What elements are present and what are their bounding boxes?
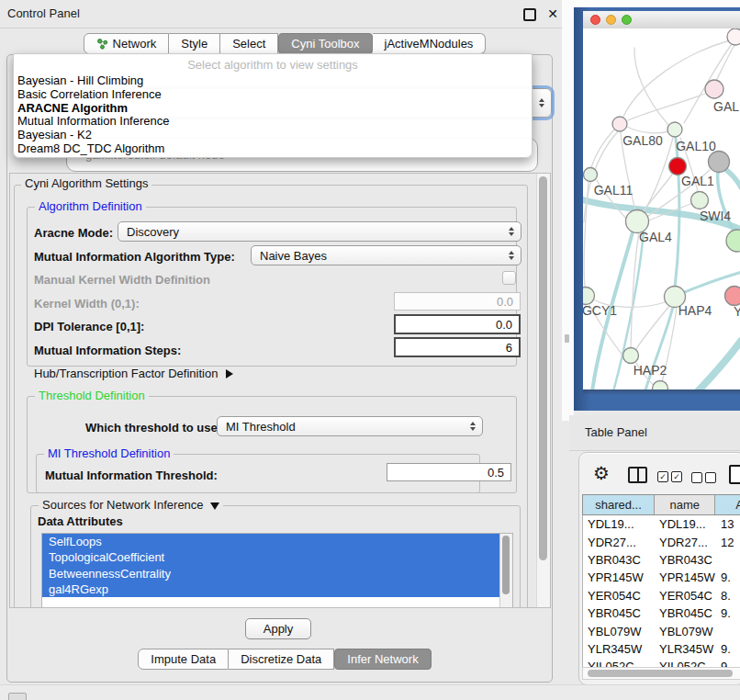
mi-threshold-field[interactable]: 0.5 bbox=[387, 463, 511, 481]
network-node[interactable] bbox=[583, 288, 595, 305]
table-hscrollbar[interactable] bbox=[582, 667, 740, 680]
network-node[interactable] bbox=[691, 192, 709, 209]
table-row[interactable]: YBR045CYBR045C9. bbox=[583, 604, 740, 622]
tab-infer-network[interactable]: Infer Network bbox=[334, 649, 431, 670]
checked-box-icon-1[interactable]: ✓ bbox=[657, 471, 668, 482]
list-vscroll-thumb[interactable] bbox=[502, 536, 510, 594]
kernel-width-field[interactable]: 0.0 bbox=[394, 292, 521, 310]
network-node[interactable] bbox=[612, 117, 627, 131]
float-icon[interactable] bbox=[523, 8, 536, 21]
cell: YER054C bbox=[583, 589, 656, 603]
tab-impute-data[interactable]: Impute Data bbox=[138, 649, 229, 670]
gb-mi-title: MI Threshold Definition bbox=[44, 446, 174, 460]
column-header[interactable]: name bbox=[655, 495, 715, 514]
aracne-mode-value: Discovery bbox=[127, 225, 179, 239]
tab-cyni-toolbox[interactable]: Cyni Toolbox bbox=[278, 33, 372, 54]
control-panel: Control Panel ✕ NetworkStyleSelectCyni T… bbox=[0, 0, 569, 684]
cell: YBR045C bbox=[583, 606, 656, 620]
algorithm-option[interactable]: Bayesian - Hill Climbing bbox=[17, 74, 528, 88]
hub-section-text: Hub/Transcription Factor Definition bbox=[34, 367, 218, 380]
cell: YPR145W bbox=[583, 570, 656, 584]
tab-select[interactable]: Select bbox=[220, 33, 278, 54]
node-label: HAP4 bbox=[678, 303, 712, 318]
table-row[interactable]: YDL19...YDL19...13 bbox=[583, 515, 740, 533]
list-vscrollbar[interactable] bbox=[499, 534, 512, 608]
gb-cyni-title: Cyni Algorithm Settings bbox=[21, 176, 151, 190]
gb-sources-title[interactable]: Sources for Network Inference bbox=[39, 498, 223, 512]
unchecked-box-icon-1[interactable] bbox=[691, 472, 702, 483]
network-node[interactable] bbox=[584, 168, 598, 182]
network-canvas[interactable]: GALGAL80GAL10GAL1GAL11SWI4GAL4GCY1HAP4YH… bbox=[583, 28, 740, 390]
table-icon[interactable] bbox=[729, 465, 740, 484]
unchecked-box-icon-2[interactable] bbox=[705, 472, 716, 483]
cell: YLR345W bbox=[656, 642, 717, 656]
tab-discretize-data[interactable]: Discretize Data bbox=[229, 649, 334, 670]
table-row[interactable]: YER054CYER054C8. bbox=[583, 587, 740, 604]
network-node[interactable] bbox=[667, 122, 682, 137]
canvas-shadow bbox=[583, 390, 740, 395]
attributes-listbox[interactable]: SelfLoopsTopologicalCoefficientBetweenne… bbox=[41, 533, 513, 608]
algorithm-popup: Select algorithm to view settings Bayesi… bbox=[13, 53, 533, 158]
mi-steps-field[interactable]: 6 bbox=[394, 337, 521, 357]
column-header[interactable]: A bbox=[715, 495, 740, 514]
dock-icon[interactable] bbox=[8, 693, 27, 700]
algorithm-option[interactable]: Mutual Information Inference bbox=[17, 115, 528, 129]
algorithm-option[interactable]: Basic Correlation Inference bbox=[17, 88, 528, 102]
network-titlebar[interactable] bbox=[583, 11, 740, 29]
tab-jactivemnodules[interactable]: jActiveMNodules bbox=[373, 33, 487, 54]
cell: 8. bbox=[717, 589, 740, 603]
apply-button[interactable]: Apply bbox=[245, 618, 311, 639]
network-node[interactable] bbox=[669, 158, 687, 175]
table-row[interactable]: YLR345WYLR345W9. bbox=[583, 640, 740, 658]
table-row[interactable]: YPR145WYPR145W9. bbox=[583, 569, 740, 586]
cell: YBL079W bbox=[656, 625, 717, 638]
close-icon[interactable]: ✕ bbox=[547, 6, 558, 21]
collapse-triangle-icon bbox=[210, 502, 219, 510]
combo-arrows-icon bbox=[470, 422, 476, 431]
settings-vscroll-thumb[interactable] bbox=[539, 176, 547, 560]
which-threshold-combo[interactable]: MI Threshold bbox=[217, 416, 483, 436]
attribute-item[interactable]: gal4RGexp bbox=[42, 581, 500, 597]
network-node[interactable] bbox=[623, 348, 639, 364]
zoom-traffic-light[interactable] bbox=[622, 15, 632, 25]
network-node[interactable] bbox=[725, 287, 740, 306]
gear-icon[interactable]: ⚙ bbox=[593, 462, 610, 484]
cell: YPR145W bbox=[656, 570, 717, 584]
mi-type-combo[interactable]: Naive Bayes bbox=[251, 245, 521, 265]
table-row[interactable]: YBL079WYBL079W bbox=[583, 622, 740, 639]
algorithm-option[interactable]: Bayesian - K2 bbox=[17, 129, 528, 142]
bottom-strip bbox=[0, 684, 740, 700]
top-tab-bar: NetworkStyleSelectCyni ToolboxjActiveMNo… bbox=[0, 33, 569, 54]
hub-section-label[interactable]: Hub/Transcription Factor Definition bbox=[34, 367, 233, 380]
algorithm-option[interactable]: ARACNE Algorithm bbox=[17, 102, 528, 116]
manual-kernel-checkbox[interactable] bbox=[502, 271, 516, 285]
split-view-icon[interactable] bbox=[628, 467, 647, 483]
algorithm-option[interactable]: Dream8 DC_TDC Algorithm bbox=[17, 142, 528, 156]
attribute-item[interactable]: SelfLoops bbox=[42, 534, 500, 549]
aracne-mode-combo[interactable]: Discovery bbox=[118, 221, 521, 242]
network-icon bbox=[96, 38, 108, 50]
cell: YDL19... bbox=[656, 517, 717, 531]
attribute-item[interactable]: TopologicalCoefficient bbox=[42, 549, 500, 565]
split-handle[interactable] bbox=[565, 334, 569, 343]
network-node[interactable] bbox=[709, 152, 730, 173]
network-node[interactable] bbox=[705, 80, 723, 98]
network-node[interactable] bbox=[653, 381, 668, 390]
attribute-item[interactable]: BetweennessCentrality bbox=[42, 566, 500, 581]
node-label: SWI4 bbox=[700, 209, 731, 223]
settings-vscrollbar[interactable] bbox=[536, 174, 550, 607]
tab-network[interactable]: Network bbox=[84, 33, 170, 54]
column-header[interactable]: shared... bbox=[583, 495, 655, 514]
tab-style[interactable]: Style bbox=[169, 33, 220, 54]
table-row[interactable]: YBR043CYBR043C bbox=[583, 551, 740, 569]
close-traffic-light[interactable] bbox=[590, 15, 600, 25]
network-node[interactable] bbox=[727, 28, 740, 45]
table-row[interactable]: YDR27...YDR27...12 bbox=[583, 533, 740, 550]
dpi-label: DPI Tolerance [0,1]: bbox=[34, 320, 144, 333]
network-node[interactable] bbox=[726, 230, 740, 252]
table-hscroll-thumb[interactable] bbox=[588, 670, 733, 677]
table-row[interactable]: YIL052CYIL052C9. bbox=[583, 658, 740, 667]
checked-box-icon-2[interactable]: ✓ bbox=[671, 471, 682, 482]
minimize-traffic-light[interactable] bbox=[606, 15, 616, 25]
dpi-field[interactable]: 0.0 bbox=[394, 314, 521, 334]
